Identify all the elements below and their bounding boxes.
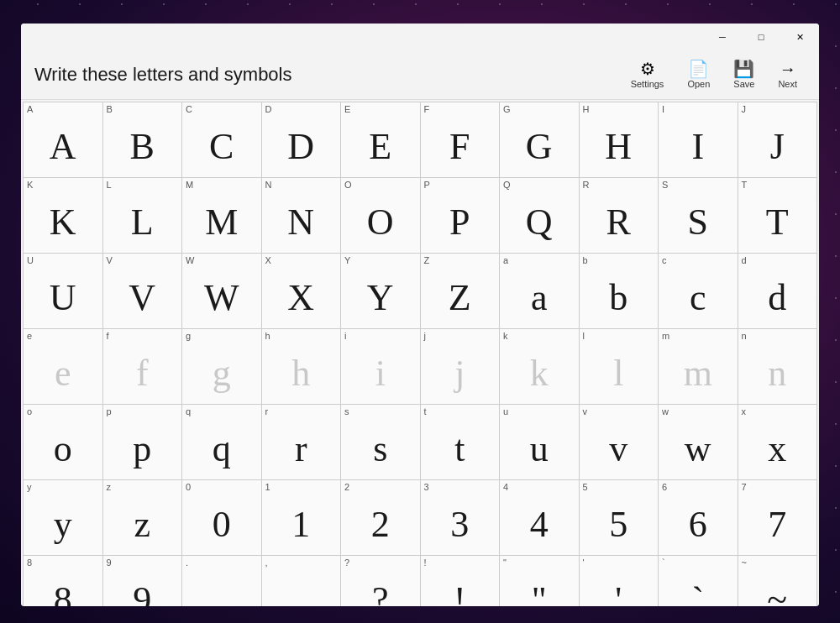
grid-cell[interactable]: `` — [659, 556, 738, 606]
grid-cell[interactable]: uu — [500, 405, 580, 480]
grid-cell[interactable]: 77 — [738, 480, 818, 556]
grid-cell[interactable]: gg — [182, 329, 262, 405]
settings-button[interactable]: ⚙ Settings — [622, 57, 673, 92]
cell-label: B — [103, 102, 182, 117]
grid-cell[interactable]: VV — [103, 254, 183, 329]
grid-cell[interactable]: qq — [182, 405, 262, 480]
grid-cell[interactable]: 44 — [500, 480, 580, 556]
grid-cell[interactable]: kk — [500, 329, 580, 405]
cell-label: m — [659, 329, 738, 343]
grid-cell[interactable]: CC — [182, 102, 262, 178]
cell-character: a — [531, 280, 548, 317]
grid-cell[interactable]: ~~ — [738, 556, 818, 606]
cell-content: 6 — [659, 495, 738, 555]
grid-cell[interactable]: 11 — [262, 480, 342, 556]
grid-cell[interactable]: XX — [262, 254, 342, 329]
grid-cell[interactable]: "" — [500, 556, 580, 606]
letter-grid: AABBCCDDEEFFGGHHIIJJKKLLMMNNOOPPQQRRSSTT… — [23, 102, 817, 606]
grid-cell[interactable]: 99 — [103, 556, 183, 606]
grid-cell[interactable]: 00 — [182, 480, 262, 556]
grid-cell[interactable]: ff — [103, 329, 183, 405]
grid-cell[interactable]: YY — [341, 254, 421, 329]
grid-cell[interactable]: tt — [421, 405, 501, 480]
grid-cell[interactable]: LL — [103, 178, 183, 254]
grid-cell[interactable]: yy — [24, 480, 103, 556]
grid-cell[interactable]: dd — [738, 254, 818, 329]
grid-cell[interactable]: ss — [341, 405, 421, 480]
grid-cell[interactable]: PP — [421, 178, 501, 254]
cell-content: r — [262, 419, 341, 479]
grid-cell[interactable]: EE — [341, 102, 421, 178]
grid-cell[interactable]: JJ — [738, 102, 818, 178]
grid-cell[interactable]: 55 — [580, 480, 659, 556]
grid-cell[interactable]: '' — [580, 556, 659, 606]
grid-cell[interactable]: xx — [738, 405, 818, 480]
grid-cell[interactable]: cc — [659, 254, 738, 329]
cell-label: j — [421, 329, 500, 343]
grid-cell[interactable]: ww — [659, 405, 738, 480]
grid-cell[interactable]: TT — [738, 178, 818, 254]
grid-cell[interactable]: MM — [182, 178, 262, 254]
grid-cell[interactable]: pp — [103, 405, 183, 480]
grid-cell[interactable]: nn — [738, 329, 818, 405]
grid-cell[interactable]: NN — [262, 178, 342, 254]
grid-cell[interactable]: KK — [24, 178, 103, 254]
cell-label: n — [738, 329, 817, 343]
cell-character: " — [532, 582, 547, 606]
grid-cell[interactable]: ?? — [341, 556, 421, 606]
grid-cell[interactable]: ee — [24, 329, 103, 405]
cell-character: C — [209, 128, 234, 165]
grid-cell[interactable]: oo — [24, 405, 103, 480]
grid-cell[interactable]: HH — [580, 102, 659, 178]
grid-cell[interactable]: GG — [500, 102, 580, 178]
open-label: Open — [687, 79, 710, 89]
grid-cell[interactable]: 66 — [659, 480, 738, 556]
grid-cell[interactable]: QQ — [500, 178, 580, 254]
grid-cell[interactable]: 33 — [421, 480, 501, 556]
cell-content: W — [182, 268, 261, 328]
cell-character: O — [367, 204, 394, 241]
grid-cell[interactable]: II — [659, 102, 738, 178]
grid-cell[interactable]: .. — [182, 556, 262, 606]
grid-cell[interactable]: DD — [262, 102, 342, 178]
cell-content: E — [341, 117, 420, 177]
cell-character: E — [369, 128, 391, 165]
grid-cell[interactable]: 88 — [24, 556, 103, 606]
next-button[interactable]: → Next — [769, 57, 806, 92]
cell-character: j — [454, 355, 465, 392]
cell-content: A — [24, 117, 102, 177]
grid-cell[interactable]: aa — [500, 254, 580, 329]
grid-cell[interactable]: jj — [421, 329, 501, 405]
grid-cell[interactable]: UU — [24, 254, 103, 329]
grid-cell[interactable]: OO — [341, 178, 421, 254]
grid-cell[interactable]: FF — [421, 102, 501, 178]
open-button[interactable]: 📄 Open — [679, 57, 718, 92]
maximize-button[interactable]: □ — [742, 24, 780, 50]
grid-cell[interactable]: WW — [182, 254, 262, 329]
grid-cell[interactable]: hh — [262, 329, 342, 405]
cell-character: e — [55, 355, 71, 392]
cell-label: 4 — [500, 480, 579, 495]
grid-cell[interactable]: ii — [341, 329, 421, 405]
cell-character: B — [130, 128, 155, 165]
cell-character: 3 — [450, 506, 469, 543]
grid-cell[interactable]: bb — [580, 254, 659, 329]
grid-cell[interactable]: ll — [580, 329, 659, 405]
grid-cell[interactable]: ZZ — [421, 254, 501, 329]
cell-content: k — [500, 343, 579, 404]
grid-cell[interactable]: vv — [580, 405, 659, 480]
grid-cell[interactable]: mm — [659, 329, 738, 405]
grid-cell[interactable]: rr — [262, 405, 342, 480]
grid-cell[interactable]: AA — [24, 102, 103, 178]
grid-cell[interactable]: zz — [103, 480, 183, 556]
grid-cell[interactable]: SS — [659, 178, 738, 254]
cell-label: z — [103, 480, 182, 495]
close-button[interactable]: ✕ — [780, 24, 819, 50]
grid-cell[interactable]: BB — [103, 102, 183, 178]
grid-cell[interactable]: 22 — [341, 480, 421, 556]
grid-cell[interactable]: RR — [580, 178, 659, 254]
minimize-button[interactable]: ─ — [703, 24, 742, 50]
save-button[interactable]: 💾 Save — [725, 57, 763, 92]
grid-cell[interactable]: ,, — [262, 556, 342, 606]
grid-cell[interactable]: !! — [421, 556, 501, 606]
